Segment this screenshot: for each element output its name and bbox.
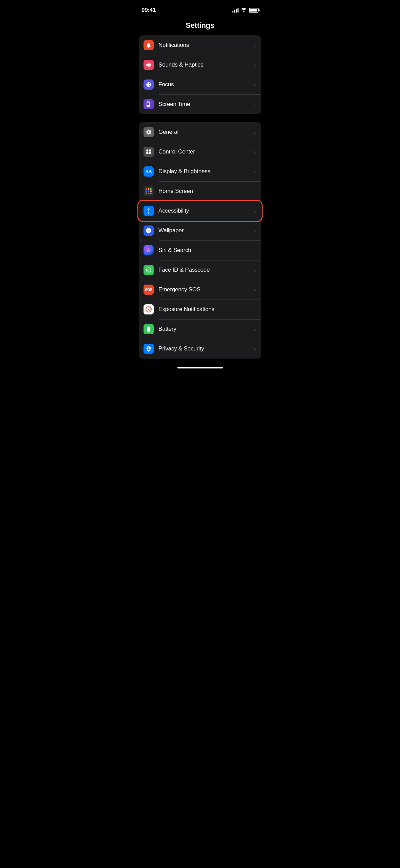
svg-rect-4 — [146, 188, 147, 190]
svg-rect-1 — [149, 149, 151, 151]
screen-time-label: Screen Time — [158, 101, 251, 108]
sounds-label: Sounds & Haptics — [158, 61, 251, 68]
battery-icon — [144, 324, 154, 334]
sidebar-item-wallpaper[interactable]: Wallpaper › — [139, 221, 261, 240]
sidebar-item-siri-search[interactable]: Siri & Search › — [139, 240, 261, 260]
svg-rect-10 — [146, 193, 147, 194]
settings-group-2: General › Control Center › AA Display & … — [139, 122, 261, 359]
sidebar-item-screen-time[interactable]: Screen Time › — [139, 94, 261, 114]
notifications-chevron: › — [254, 42, 256, 48]
wallpaper-label: Wallpaper — [158, 227, 251, 234]
emergency-sos-label: Emergency SOS — [158, 286, 251, 293]
sidebar-item-general[interactable]: General › — [139, 122, 261, 142]
home-bar — [177, 367, 223, 368]
sounds-icon — [144, 60, 154, 70]
status-bar: 09:41 — [133, 0, 267, 18]
signal-icon — [232, 8, 239, 13]
exposure-icon — [144, 304, 154, 314]
sidebar-item-exposure[interactable]: Exposure Notifications › — [139, 300, 261, 319]
sounds-chevron: › — [254, 62, 256, 68]
siri-search-label: Siri & Search — [158, 247, 251, 254]
emergency-sos-icon: SOS — [144, 285, 154, 295]
focus-icon — [144, 79, 154, 90]
home-screen-label: Home Screen — [158, 188, 251, 195]
wifi-icon — [241, 7, 247, 13]
svg-rect-8 — [148, 191, 150, 192]
sidebar-item-battery[interactable]: Battery › — [139, 319, 261, 339]
wallpaper-icon — [144, 225, 154, 236]
screen-time-icon — [144, 99, 154, 109]
control-center-icon — [144, 147, 154, 157]
page-title: Settings — [133, 18, 267, 35]
sidebar-item-home-screen[interactable]: Home Screen › — [139, 181, 261, 201]
svg-point-13 — [148, 209, 149, 210]
svg-rect-7 — [146, 191, 147, 192]
sidebar-item-face-id[interactable]: Face ID & Passcode › — [139, 260, 261, 280]
svg-rect-12 — [150, 193, 152, 194]
notifications-label: Notifications — [158, 42, 251, 49]
accessibility-icon — [144, 206, 154, 216]
general-icon — [144, 127, 154, 137]
control-center-label: Control Center — [158, 148, 251, 155]
notifications-icon — [144, 40, 154, 50]
settings-group-1: Notifications › Sounds & Haptics › Focus… — [139, 35, 261, 114]
sidebar-item-sounds-haptics[interactable]: Sounds & Haptics › — [139, 55, 261, 75]
accessibility-label: Accessibility — [158, 207, 251, 214]
svg-rect-0 — [146, 149, 148, 151]
exposure-label: Exposure Notifications — [158, 306, 251, 313]
privacy-icon — [144, 344, 154, 354]
battery-status-icon — [249, 8, 259, 13]
sidebar-item-notifications[interactable]: Notifications › — [139, 35, 261, 55]
sidebar-item-emergency-sos[interactable]: SOS Emergency SOS › — [139, 280, 261, 300]
status-icons — [232, 7, 259, 13]
sidebar-item-privacy[interactable]: Privacy & Security › — [139, 339, 261, 359]
status-time: 09:41 — [141, 7, 156, 14]
svg-rect-9 — [150, 191, 152, 192]
battery-label: Battery — [158, 326, 251, 332]
focus-label: Focus — [158, 81, 251, 88]
face-id-label: Face ID & Passcode — [158, 267, 251, 273]
sidebar-item-display-brightness[interactable]: AA Display & Brightness › — [139, 162, 261, 181]
display-brightness-label: Display & Brightness — [158, 168, 251, 175]
general-label: General — [158, 129, 251, 135]
sidebar-item-control-center[interactable]: Control Center › — [139, 142, 261, 162]
sidebar-item-accessibility[interactable]: Accessibility › — [139, 201, 261, 221]
display-brightness-icon: AA — [144, 166, 154, 177]
siri-icon — [144, 245, 154, 255]
svg-rect-3 — [149, 152, 151, 154]
svg-point-17 — [148, 309, 149, 310]
privacy-label: Privacy & Security — [158, 345, 251, 352]
screen-time-chevron: › — [254, 102, 256, 107]
svg-rect-11 — [148, 193, 150, 194]
sidebar-item-focus[interactable]: Focus › — [139, 75, 261, 94]
home-screen-icon — [144, 186, 154, 196]
face-id-icon — [144, 265, 154, 275]
focus-chevron: › — [254, 82, 256, 88]
svg-rect-6 — [150, 188, 152, 190]
svg-rect-5 — [148, 188, 150, 190]
svg-rect-2 — [146, 152, 148, 154]
